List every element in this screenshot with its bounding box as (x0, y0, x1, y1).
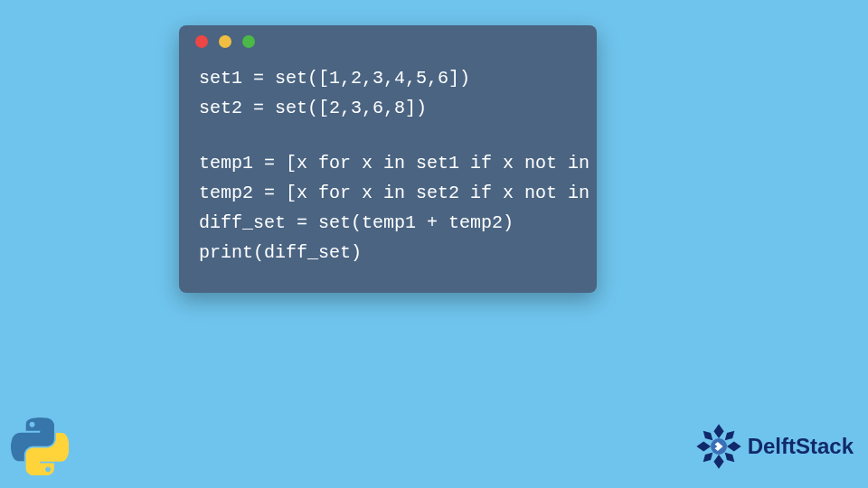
delftstack-flower-icon (693, 421, 744, 472)
code-body: set1 = set([1,2,3,4,5,6]) set2 = set([2,… (179, 58, 597, 293)
code-line: temp2 = [x for x in set2 if x not in set… (199, 178, 577, 208)
code-line: temp1 = [x for x in set1 if x not in set… (199, 148, 577, 178)
window-titlebar (179, 25, 597, 58)
code-window: set1 = set([1,2,3,4,5,6]) set2 = set([2,… (179, 25, 597, 293)
code-line: diff_set = set(temp1 + temp2) (199, 208, 577, 238)
maximize-icon (242, 35, 255, 48)
python-logo-icon (11, 418, 69, 475)
delftstack-logo: DelftStack (693, 421, 854, 472)
close-icon (195, 35, 208, 48)
code-line: set1 = set([1,2,3,4,5,6]) (199, 63, 577, 93)
code-blank-line (199, 123, 577, 148)
code-line: print(diff_set) (199, 238, 577, 267)
minimize-icon (219, 35, 231, 48)
code-line: set2 = set([2,3,6,8]) (199, 93, 577, 123)
delftstack-brand-text: DelftStack (748, 434, 854, 459)
